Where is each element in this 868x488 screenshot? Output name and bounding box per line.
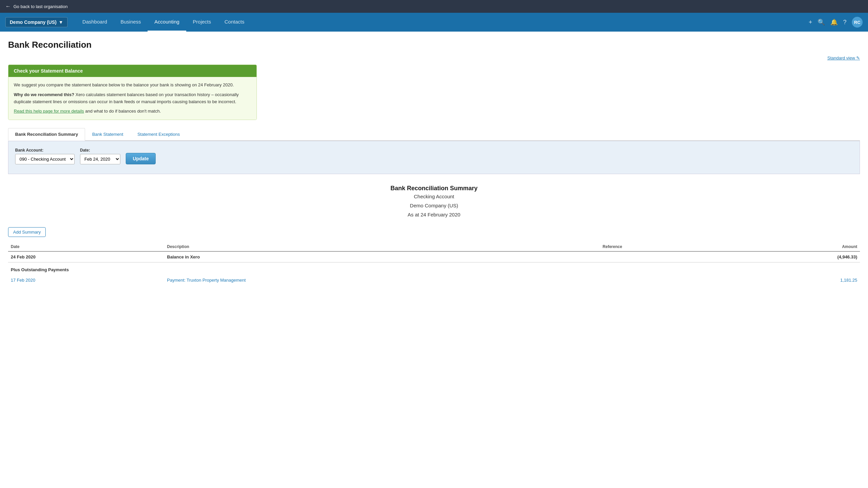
col-reference: Reference bbox=[600, 242, 729, 251]
report-subtitle: Checking Account Demo Company (US) As at… bbox=[8, 192, 860, 219]
alert-link-suffix: and what to do if balances don't match. bbox=[84, 108, 161, 113]
balance-date: 24 Feb 2020 bbox=[8, 251, 164, 262]
nav-dashboard[interactable]: Dashboard bbox=[75, 13, 114, 32]
org-name: Demo Company (US) bbox=[10, 20, 57, 25]
tab-bank-statement[interactable]: Bank Statement bbox=[85, 128, 130, 141]
page-title: Bank Reconciliation bbox=[8, 40, 860, 50]
report-title: Bank Reconciliation Summary bbox=[8, 185, 860, 192]
standard-view-link[interactable]: Standard view ✎ bbox=[8, 56, 860, 61]
update-button[interactable]: Update bbox=[126, 153, 156, 164]
subtitle-line2: Demo Company (US) bbox=[8, 201, 860, 210]
balance-reference bbox=[600, 251, 729, 262]
main-nav: Demo Company (US) ▼ Dashboard Business A… bbox=[0, 13, 868, 32]
balance-description: Balance in Xero bbox=[164, 251, 600, 262]
help-icon[interactable]: ? bbox=[843, 19, 846, 26]
table-section-header: Plus Outstanding Payments bbox=[8, 262, 860, 275]
subtitle-line3: As at 24 February 2020 bbox=[8, 210, 860, 219]
nav-business[interactable]: Business bbox=[114, 13, 148, 32]
table-row: 17 Feb 2020 Payment: Truxton Property Ma… bbox=[8, 275, 860, 285]
bank-account-label: Bank Account: bbox=[15, 148, 74, 153]
chevron-down-icon: ▼ bbox=[59, 20, 63, 25]
bank-account-select[interactable]: 090 - Checking Account bbox=[15, 154, 74, 164]
row-description[interactable]: Payment: Truxton Property Management bbox=[164, 275, 600, 285]
nav-links: Dashboard Business Accounting Projects C… bbox=[75, 13, 808, 32]
table-row: 24 Feb 2020 Balance in Xero (4,946.33) bbox=[8, 251, 860, 262]
tab-bank-reconciliation-summary[interactable]: Bank Reconciliation Summary bbox=[8, 128, 85, 141]
org-selector[interactable]: Demo Company (US) ▼ bbox=[5, 17, 68, 27]
date-filter: Date: Feb 24, 2020 bbox=[80, 148, 120, 164]
section-label: Plus Outstanding Payments bbox=[8, 262, 860, 275]
nav-contacts[interactable]: Contacts bbox=[218, 13, 251, 32]
statement-balance-alert: Check your Statement Balance We suggest … bbox=[8, 65, 257, 120]
row-amount: 1,181.25 bbox=[729, 275, 860, 285]
date-label: Date: bbox=[80, 148, 120, 153]
nav-icons: + 🔍 🔔 ? RC bbox=[808, 17, 863, 28]
nav-projects[interactable]: Projects bbox=[186, 13, 218, 32]
col-date: Date bbox=[8, 242, 164, 251]
report-header: Bank Reconciliation Summary Checking Acc… bbox=[8, 185, 860, 219]
row-reference bbox=[600, 275, 729, 285]
search-icon[interactable]: 🔍 bbox=[817, 19, 825, 26]
add-summary-button[interactable]: Add Summary bbox=[8, 227, 46, 237]
row-date[interactable]: 17 Feb 2020 bbox=[8, 275, 164, 285]
filter-area: Bank Account: 090 - Checking Account Dat… bbox=[8, 141, 860, 174]
bank-account-filter: Bank Account: 090 - Checking Account bbox=[15, 148, 74, 164]
tab-bar: Bank Reconciliation Summary Bank Stateme… bbox=[8, 128, 860, 141]
alert-line2: Why do we recommend this? Xero calculate… bbox=[14, 91, 251, 105]
avatar[interactable]: RC bbox=[852, 17, 863, 28]
subtitle-line1: Checking Account bbox=[8, 192, 860, 201]
alert-header: Check your Statement Balance bbox=[8, 65, 256, 77]
alert-bold: Why do we recommend this? bbox=[14, 92, 74, 97]
add-icon[interactable]: + bbox=[808, 19, 812, 26]
balance-amount: (4,946.33) bbox=[729, 251, 860, 262]
page-content: Bank Reconciliation Standard view ✎ Chec… bbox=[0, 32, 868, 299]
nav-accounting[interactable]: Accounting bbox=[148, 13, 186, 32]
bell-icon[interactable]: 🔔 bbox=[830, 19, 838, 26]
date-select[interactable]: Feb 24, 2020 bbox=[80, 154, 120, 164]
back-label[interactable]: Go back to last organisation bbox=[13, 4, 68, 9]
back-arrow-icon: ← bbox=[5, 3, 11, 9]
col-amount: Amount bbox=[729, 242, 860, 251]
col-description: Description bbox=[164, 242, 600, 251]
alert-body: We suggest you compare the statement bal… bbox=[8, 77, 256, 120]
tab-statement-exceptions[interactable]: Statement Exceptions bbox=[130, 128, 187, 141]
reconciliation-table: Date Description Reference Amount 24 Feb… bbox=[8, 242, 860, 285]
top-bar: ← Go back to last organisation bbox=[0, 0, 868, 13]
alert-help-link[interactable]: Read this help page for more details bbox=[14, 108, 84, 113]
alert-line1: We suggest you compare the statement bal… bbox=[14, 82, 251, 89]
